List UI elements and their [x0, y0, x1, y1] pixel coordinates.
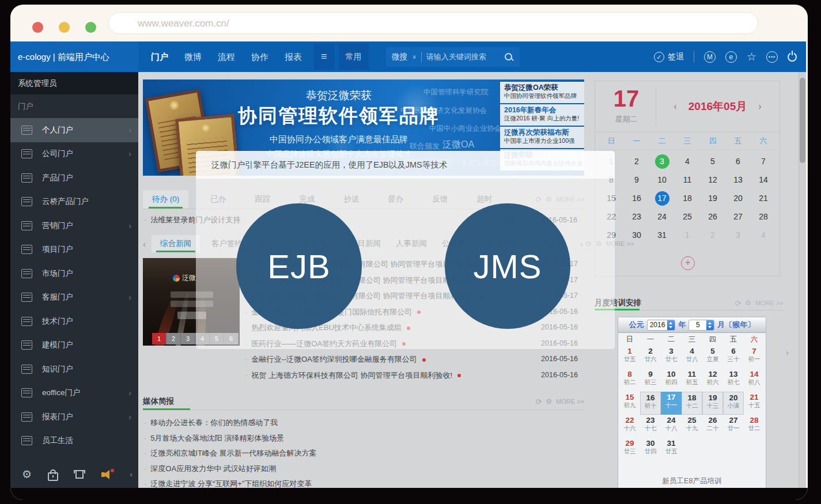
carousel-page-button[interactable]: 1 [152, 333, 167, 344]
stepper-icon[interactable] [667, 320, 675, 330]
news-item[interactable]: ·金融行业--泛微OA签约深圳投哪金融服务有限公司 2016-05-16 [245, 351, 578, 367]
search-category[interactable]: 微搜 [392, 52, 408, 62]
more-link[interactable]: MORE >> [556, 398, 584, 405]
search-icon[interactable] [505, 53, 512, 60]
lunar-date-cell[interactable]: 14 初八 [744, 369, 765, 392]
sidebar-item[interactable]: 云桥产品门户 [10, 190, 138, 214]
lunar-date-cell[interactable]: 31 廿五 [661, 438, 682, 461]
calendar-date-cell[interactable]: 26 [700, 207, 725, 226]
lunar-date-cell[interactable]: 29 廿三 [619, 438, 640, 461]
sidebar-item[interactable]: 客服门户 › [10, 286, 138, 310]
lunar-date-cell[interactable]: 22 十六 [619, 415, 640, 438]
lunar-date-cell[interactable]: 12 初六 [702, 369, 723, 392]
next-month-icon[interactable]: › [758, 101, 761, 112]
media-item[interactable]: ·泛微亮相京城IT峰会 展示新一代移动融合解决方案 [143, 446, 512, 461]
nav-item[interactable]: 微博 [176, 41, 210, 72]
nav-item[interactable]: 报表 [277, 41, 310, 72]
news-tab[interactable]: 综合新闻 [152, 235, 200, 252]
favorites-button[interactable]: 常用 [339, 44, 369, 70]
zoom-window-button[interactable] [85, 22, 96, 33]
calendar-date-cell[interactable]: 17 [649, 189, 675, 207]
calendar-date-cell[interactable]: 20 [725, 189, 751, 207]
theme-shirt-icon[interactable] [74, 470, 85, 479]
carousel-page-button[interactable]: 3 [181, 333, 195, 344]
lunar-date-cell[interactable]: 19 十三 [702, 392, 723, 415]
calendar-date-cell[interactable]: 1 [675, 226, 700, 244]
calendar-date-cell[interactable]: 3 [725, 226, 751, 244]
calendar-date-cell[interactable]: 12 [700, 170, 725, 189]
calendar-date-cell[interactable]: 5 [700, 152, 725, 170]
lunar-date-cell[interactable]: 5 立夏 [702, 346, 723, 369]
ecology-chat-icon[interactable]: e [725, 51, 737, 63]
lock-icon[interactable] [48, 472, 58, 481]
announcement-speaker-icon[interactable] [101, 470, 114, 479]
headline-item[interactable]: 恭贺泛微OA荣获 中国协同管理软件领军品牌 [500, 82, 584, 103]
calendar-date-cell[interactable]: 10 [649, 170, 675, 189]
media-more[interactable]: ⟳ ⚙ MORE >> [535, 397, 584, 406]
nav-item[interactable]: 门户 [143, 41, 176, 72]
calendar-date-cell[interactable]: 28 [751, 207, 776, 226]
close-window-button[interactable] [32, 22, 43, 33]
scrollbar[interactable] [799, 72, 806, 488]
sidebar-item[interactable]: 市场门户 [10, 262, 138, 286]
sidebar-item[interactable]: 知识门户 [10, 357, 138, 381]
calendar-date-cell[interactable]: 3 [649, 152, 675, 170]
refresh-icon[interactable]: ⟳ [735, 299, 741, 308]
prev-month-icon[interactable]: ‹ [674, 101, 676, 112]
more-options-icon[interactable]: ••• [766, 51, 778, 63]
power-icon[interactable] [788, 52, 797, 62]
scrollbar-thumb[interactable] [800, 78, 805, 163]
lunar-date-cell[interactable]: 25 十九 [682, 415, 702, 438]
calendar-date-cell[interactable]: 4 [675, 152, 700, 170]
calendar-date-cell[interactable]: 2 [700, 226, 725, 244]
calendar-date-cell[interactable]: 31 [649, 226, 675, 244]
calendar-date-cell[interactable]: 24 [649, 207, 675, 226]
favorites-star-icon[interactable]: ☆ [747, 51, 756, 63]
media-item[interactable]: ·深度OA应用发力华中 武汉站好评如潮 [143, 461, 512, 477]
refresh-icon[interactable]: ⟳ [535, 397, 542, 406]
media-item[interactable]: ·移动办公进长春：你们的热情感动了我 [143, 415, 512, 431]
sidebar-item[interactable]: 个人门户 › [10, 118, 138, 142]
news-item-text[interactable]: 金融行业--泛微OA签约深圳投哪金融服务有限公司 [251, 355, 417, 363]
lunar-date-cell[interactable]: 6 三十 [723, 346, 744, 369]
calendar-date-cell[interactable]: 7 [751, 152, 776, 170]
search-bar[interactable]: 微搜 ∨ 请输入关键词搜索 [386, 47, 520, 67]
year-stepper[interactable]: 2016 [647, 320, 676, 331]
lunar-date-cell[interactable]: 4 廿八 [682, 346, 702, 369]
lunar-date-cell[interactable]: 27 廿一 [723, 415, 744, 438]
nav-item[interactable]: 协作 [243, 41, 277, 72]
gear-icon[interactable]: ⚙ [745, 299, 751, 307]
stepper-icon[interactable] [706, 320, 714, 330]
workflow-tab[interactable]: 待办 (0) [143, 190, 188, 209]
lunar-date-cell[interactable]: 15 初九 [619, 392, 640, 415]
lunar-date-cell[interactable]: 1 廿五 [619, 346, 640, 369]
lunar-date-cell[interactable]: 10 初四 [661, 369, 682, 392]
more-link[interactable]: MORE >> [755, 300, 784, 306]
headline-item[interactable]: 泛微再次荣获福布斯 中国非上市潜力企业100强 [500, 127, 584, 148]
lunar-date-cell[interactable]: 7 初一 [744, 346, 765, 369]
media-item[interactable]: ·5月首场大会落地沈阳 演绎精彩体验场景 [143, 431, 512, 446]
lunar-date-cell[interactable]: 18 十二 [682, 392, 702, 415]
minimize-window-button[interactable] [59, 22, 70, 33]
lunar-date-cell[interactable]: 24 十八 [661, 415, 682, 438]
lunar-date-cell[interactable]: 20 小满 [723, 392, 744, 415]
sidebar-item[interactable]: 项目门户 [10, 238, 138, 262]
calendar-date-cell[interactable]: 18 [675, 189, 700, 207]
lunar-date-cell[interactable]: 17 十一 [661, 392, 682, 415]
sidebar-item[interactable]: 员工生活 [10, 429, 138, 453]
lunar-date-cell[interactable]: 2 廿六 [640, 346, 661, 369]
lunar-date-cell[interactable]: 8 初二 [619, 369, 640, 392]
messages-icon[interactable]: M [704, 51, 716, 63]
panel-next-icon[interactable]: › [786, 347, 789, 357]
sidebar-item[interactable]: 营销门户 › [10, 214, 138, 238]
signout-button[interactable]: ✓ 签退 [654, 52, 684, 62]
sidebar-item[interactable]: 报表门户 › [10, 405, 138, 429]
media-item[interactable]: ·泛微走进宁波 分享“互联网+”下组织如何应对变革 [143, 476, 512, 488]
carousel-page-button[interactable]: 2 [167, 333, 181, 344]
lunar-date-cell[interactable]: 11 初五 [682, 369, 702, 392]
sidebar-item[interactable]: 公司门户 › [10, 142, 138, 166]
search-input[interactable]: 请输入关键词搜索 [426, 52, 500, 62]
calendar-date-cell[interactable]: 11 [675, 170, 700, 189]
calendar-date-cell[interactable]: 25 [675, 207, 700, 226]
calendar-date-cell[interactable]: 14 [751, 170, 776, 189]
